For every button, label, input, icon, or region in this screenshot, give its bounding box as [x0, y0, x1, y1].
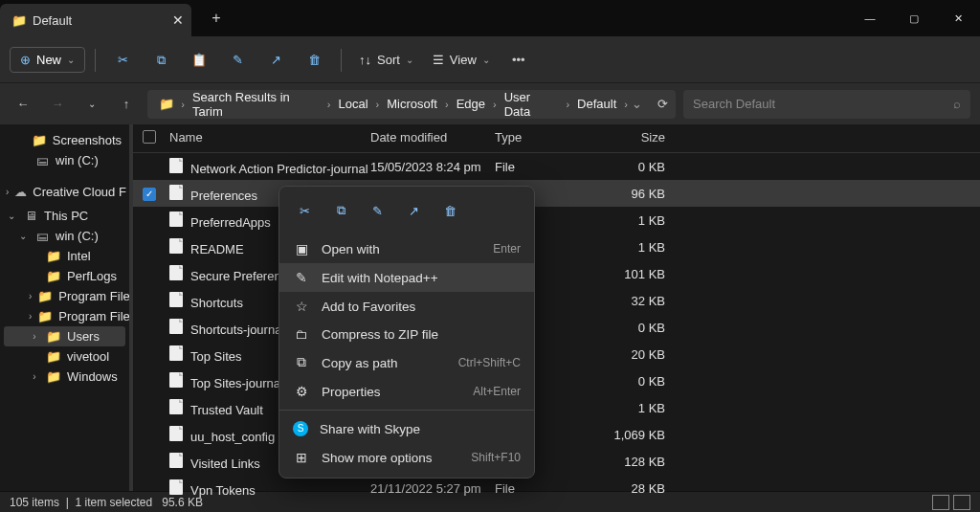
sidebar-item[interactable]: 📁PerfLogs — [4, 266, 125, 286]
file-row[interactable]: README1 KB — [133, 234, 980, 260]
context-menu-item[interactable]: 🗀Compress to ZIP file — [279, 321, 534, 348]
new-tab-button[interactable]: + — [201, 10, 232, 27]
maximize-button[interactable]: ▢ — [892, 0, 936, 36]
column-date[interactable]: Date modified — [370, 130, 495, 146]
sidebar-item-label: PerfLogs — [67, 269, 117, 283]
sidebar-item-label: Creative Cloud F — [33, 185, 126, 199]
file-row[interactable]: Top Sites-journal0 KB — [133, 367, 980, 394]
sidebar-item[interactable]: ›☁Creative Cloud F — [4, 182, 125, 202]
file-icon — [169, 265, 183, 280]
column-name[interactable]: Name — [169, 130, 370, 146]
column-type[interactable]: Type — [495, 130, 598, 146]
view-button[interactable]: ☰ View ⌄ — [425, 53, 498, 67]
column-size[interactable]: Size — [598, 130, 665, 146]
sidebar-item[interactable]: ›📁Program File — [4, 306, 125, 326]
breadcrumb-item[interactable]: Search Results in Tarim — [189, 90, 323, 119]
forward-button[interactable]: → — [44, 91, 71, 118]
open-icon: ▣ — [293, 241, 310, 256]
sidebar-item[interactable]: 📁vivetool — [4, 346, 125, 367]
rename-icon[interactable]: ✎ — [362, 196, 392, 225]
copy-button[interactable]: ⧉ — [144, 44, 178, 77]
file-row[interactable]: Network Action Predictor-journal15/05/20… — [133, 153, 980, 180]
context-item-shortcut: Alt+Enter — [473, 385, 521, 398]
view-label: View — [450, 53, 477, 67]
close-tab-icon[interactable]: ✕ — [172, 12, 184, 28]
cut-button[interactable]: ✂ — [105, 44, 140, 77]
up-button[interactable]: ↑ — [113, 91, 140, 118]
context-quick-actions: ✂ ⧉ ✎ ↗ 🗑 — [279, 192, 534, 234]
file-row[interactable]: Secure Preferences101 KB — [133, 260, 980, 287]
context-menu-item[interactable]: ⚙PropertiesAlt+Enter — [279, 377, 534, 406]
share-icon[interactable]: ↗ — [398, 196, 429, 225]
search-box[interactable]: Search Default ⌕ — [683, 90, 970, 119]
context-item-shortcut: Ctrl+Shift+C — [458, 356, 521, 369]
delete-icon[interactable]: 🗑 — [434, 196, 465, 225]
breadcrumb[interactable]: 📁 › Search Results in Tarim › Local › Mi… — [147, 90, 676, 119]
breadcrumb-item[interactable]: User Data — [501, 90, 563, 119]
sidebar-item[interactable]: ›📁Windows — [4, 367, 125, 387]
file-row[interactable]: Trusted Vault1 KB — [133, 394, 980, 421]
minimize-button[interactable]: — — [848, 0, 892, 36]
file-icon — [169, 372, 183, 388]
search-icon: ⌕ — [953, 97, 961, 111]
chevron-right-icon: › — [443, 99, 451, 110]
sidebar-item-label: Program File — [58, 289, 129, 303]
file-row[interactable]: Visited Links128 KB — [133, 448, 980, 475]
file-row[interactable]: Vpn Tokens21/11/2022 5:27 pmFile28 KB — [133, 475, 980, 501]
context-menu-item[interactable]: SShare with Skype — [279, 414, 534, 443]
chevron-icon: › — [29, 371, 40, 382]
search-placeholder: Search Default — [693, 97, 775, 111]
chevron-icon: ⌄ — [6, 211, 17, 221]
history-chevron-icon[interactable]: ⌄ — [78, 91, 105, 118]
sidebar-item[interactable]: 📁Intel — [4, 246, 125, 266]
context-menu-item[interactable]: ▣Open withEnter — [279, 234, 534, 263]
sort-button[interactable]: ↑↓ Sort ⌄ — [351, 53, 421, 67]
more-button[interactable]: ••• — [501, 44, 536, 77]
copy-icon[interactable]: ⧉ — [325, 196, 356, 225]
file-icon — [169, 238, 183, 254]
sidebar-item[interactable]: ›📁Program File — [4, 286, 125, 306]
checkbox-icon[interactable]: ✓ — [143, 188, 156, 201]
file-row[interactable]: uu_host_config1,069 KB — [133, 421, 980, 448]
file-row[interactable]: Shortcuts-journal0 KB — [133, 314, 980, 341]
paste-button[interactable]: 📋 — [182, 44, 216, 77]
cut-icon[interactable]: ✂ — [289, 196, 320, 225]
file-row[interactable]: Shortcuts32 KB — [133, 287, 980, 314]
file-row[interactable]: ✓Preferences15/05/2023 5:30 pmFile96 KB — [133, 180, 980, 207]
refresh-button[interactable]: ⟳ — [657, 97, 668, 111]
file-size-cell: 1 KB — [598, 213, 665, 228]
back-button[interactable]: ← — [10, 91, 36, 118]
rename-button[interactable]: ✎ — [220, 44, 255, 77]
checkbox-header[interactable] — [143, 130, 169, 146]
sidebar-item[interactable]: 🖴win (C:) — [4, 150, 125, 170]
window-tab[interactable]: 📁 Default ✕ — [0, 4, 191, 36]
context-menu-item[interactable]: ✎Edit with Notepad++ — [279, 263, 534, 292]
new-button[interactable]: ⊕ New ⌄ — [10, 47, 85, 73]
close-window-button[interactable]: ✕ — [936, 0, 980, 36]
share-button[interactable]: ↗ — [258, 44, 293, 77]
breadcrumb-item[interactable]: Microsoft — [383, 97, 441, 111]
sidebar-item[interactable]: ⌄🖴win (C:) — [4, 226, 125, 246]
file-size-cell: 28 KB — [598, 481, 665, 496]
sidebar-item-label: Intel — [67, 249, 91, 263]
sidebar-item[interactable]: ⌄🖥This PC — [4, 206, 125, 226]
breadcrumb-item[interactable]: Default — [573, 97, 620, 111]
context-menu-item[interactable]: ⧉Copy as pathCtrl+Shift+C — [279, 348, 534, 377]
sidebar-item[interactable]: ›📁Users — [4, 326, 125, 346]
folder-icon: 📁 — [32, 133, 47, 147]
breadcrumb-item[interactable]: Local — [334, 97, 371, 111]
file-name-cell: Network Action Predictor-journal — [169, 158, 370, 176]
file-icon — [169, 185, 183, 200]
delete-button[interactable]: 🗑 — [297, 44, 331, 77]
breadcrumb-item[interactable]: Edge — [453, 97, 489, 111]
plus-circle-icon: ⊕ — [20, 53, 31, 67]
context-menu-item[interactable]: ⊞Show more optionsShift+F10 — [279, 443, 534, 472]
file-size-cell: 32 KB — [598, 294, 665, 308]
context-menu-item[interactable]: ☆Add to Favorites — [279, 292, 534, 321]
file-row[interactable]: PreferredApps1 KB — [133, 207, 980, 234]
chevron-down-icon[interactable]: ⌄ — [632, 97, 642, 111]
file-row[interactable]: Top Sites20 KB — [133, 341, 980, 367]
tab-title: Default — [33, 13, 72, 28]
prop-icon: ⚙ — [293, 384, 310, 399]
sidebar-item[interactable]: 📁Screenshots — [4, 130, 125, 150]
